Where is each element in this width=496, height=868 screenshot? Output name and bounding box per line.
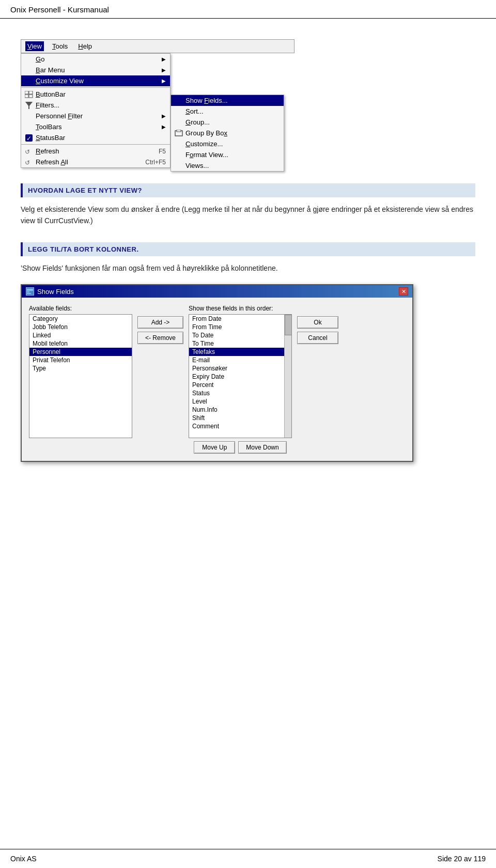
list-item[interactable]: Privat Telefon (29, 356, 132, 364)
menu-item-go[interactable]: Go ▶ (21, 54, 170, 65)
list-item[interactable]: Shift (189, 414, 284, 422)
scrollbar[interactable] (284, 315, 291, 438)
shortcut-label: Ctrl+F5 (145, 159, 166, 166)
list-item[interactable]: From Date (189, 315, 284, 323)
list-item[interactable]: Level (189, 397, 284, 406)
available-fields-listbox[interactable]: Category Jobb Telefon Linked Mobil telef… (29, 314, 132, 438)
footer-page: Side 20 av 119 (438, 855, 486, 863)
list-item[interactable]: Personsøker (189, 364, 284, 373)
arrow-icon: ▶ (162, 113, 166, 119)
svg-rect-13 (27, 291, 29, 292)
menu-bar-tools[interactable]: Tools (50, 41, 70, 51)
list-item[interactable]: Expiry Date (189, 373, 284, 381)
main-dropdown: Go ▶ Bar Menu ▶ Customize View ▶ (21, 53, 171, 168)
check-icon: ✓ (24, 134, 34, 142)
grid-icon (24, 90, 34, 99)
svg-text:✓: ✓ (26, 135, 32, 142)
list-item[interactable]: Comment (189, 422, 284, 430)
move-down-button[interactable]: Move Down (238, 441, 286, 454)
show-fields-dialog: Show Fields ✕ Available fields: Category… (21, 284, 413, 462)
section2-body: ‛Show Fields' funksjonen får man også fr… (21, 262, 475, 274)
sub-item-sort[interactable]: Sort... (171, 106, 284, 117)
svg-rect-2 (25, 95, 28, 98)
svg-text:↺: ↺ (25, 148, 30, 155)
refresh-icon: ↺ (24, 147, 34, 156)
ok-button[interactable]: Ok (297, 316, 338, 329)
dialog-titlebar: Show Fields ✕ (22, 285, 412, 298)
section1-heading: HVORDAN LAGE ET NYTT VIEW? (21, 183, 475, 197)
cancel-button[interactable]: Cancel (297, 332, 338, 344)
page-header: Onix Personell - Kursmanual (0, 0, 496, 19)
sub-item-show-fields[interactable]: Show Fields... (171, 95, 284, 106)
menu-item-bar-menu[interactable]: Bar Menu ▶ (21, 65, 170, 75)
list-item-selected[interactable]: Personnel (29, 348, 132, 356)
list-item[interactable]: Linked (29, 331, 132, 339)
menu-item-customize-view[interactable]: Customize View ▶ (21, 75, 170, 86)
dialog-icon (26, 287, 34, 296)
section2-heading: LEGG TIL/TA BORT KOLONNER. (21, 242, 475, 256)
list-item[interactable]: Category (29, 315, 132, 323)
show-order-col: Show these fields in this order: From Da… (189, 305, 292, 454)
list-item[interactable]: Mobil telefon (29, 339, 132, 348)
svg-rect-3 (29, 95, 33, 98)
available-fields-label: Available fields: (29, 305, 132, 312)
page-footer: Onix AS Side 20 av 119 (0, 849, 496, 868)
move-up-button[interactable]: Move Up (194, 441, 235, 454)
sub-item-group-by-box[interactable]: Group By Box (171, 128, 284, 138)
shortcut-label: F5 (159, 148, 166, 155)
menu-item-toolbars[interactable]: ToolBars ▶ (21, 121, 170, 132)
dropdown-container: Go ▶ Bar Menu ▶ Customize View ▶ (21, 53, 295, 168)
list-item[interactable]: E-mail (189, 356, 284, 364)
scrollbar-thumb[interactable] (285, 315, 292, 335)
list-item[interactable]: Jobb Telefon (29, 323, 132, 331)
menu-item-filters[interactable]: Filters... (21, 100, 170, 111)
menu-separator (21, 144, 170, 145)
dialog-wrapper: Show Fields ✕ Available fields: Category… (21, 284, 413, 462)
group-box-icon (174, 129, 183, 137)
show-order-listbox[interactable]: From Date From Time To Date To Time Tele… (189, 314, 292, 438)
dialog-title: Show Fields (37, 288, 74, 296)
page-title: Onix Personell - Kursmanual (10, 5, 109, 14)
list-item[interactable]: From Time (189, 323, 284, 331)
menu-bar: View Tools Help (21, 39, 295, 53)
menu-item-buttonbar[interactable]: ButtonBar (21, 89, 170, 100)
dialog-body: Available fields: Category Jobb Telefon … (22, 298, 412, 461)
menu-bar-help[interactable]: Help (76, 41, 94, 51)
menu-bar-view[interactable]: View (25, 41, 44, 51)
list-item[interactable]: Status (189, 389, 284, 397)
svg-marker-4 (25, 102, 33, 109)
sub-item-customize[interactable]: Customize... (171, 138, 284, 149)
svg-rect-0 (25, 91, 28, 94)
menu-item-refresh-all[interactable]: ↺ Refresh All Ctrl+F5 (21, 157, 170, 167)
svg-text:↺: ↺ (25, 159, 30, 166)
sub-item-group[interactable]: Group... (171, 117, 284, 128)
sub-item-format-view[interactable]: Format View... (171, 149, 284, 160)
sub-dropdown: Show Fields... Sort... Group... Group (171, 95, 284, 172)
menu-item-refresh[interactable]: ↺ Refresh F5 (21, 146, 170, 157)
add-remove-buttons: Add -> <- Remove (137, 316, 183, 344)
show-order-label: Show these fields in this order: (189, 305, 292, 312)
remove-button[interactable]: <- Remove (137, 332, 183, 344)
dialog-close-button[interactable]: ✕ (399, 287, 408, 296)
add-button[interactable]: Add -> (137, 316, 183, 329)
menu-item-statusbar[interactable]: ✓ StatusBar (21, 132, 170, 143)
list-item[interactable]: Type (29, 364, 132, 373)
list-item[interactable]: Num.Info (189, 406, 284, 414)
menu-item-personnel-filter[interactable]: Personnel Filter ▶ (21, 111, 170, 121)
list-item[interactable]: Percent (189, 381, 284, 389)
arrow-icon: ▶ (162, 67, 166, 73)
list-item-selected[interactable]: Telefaks (189, 348, 284, 356)
dialog-columns: Available fields: Category Jobb Telefon … (29, 305, 405, 454)
sub-item-views[interactable]: Views... (171, 160, 284, 171)
section1-body: Velg et eksisterende View som du ønsker … (21, 204, 475, 227)
list-item[interactable]: To Time (189, 339, 284, 348)
ok-cancel-buttons: Ok Cancel (297, 316, 338, 344)
footer-company: Onix AS (10, 855, 37, 863)
svg-rect-12 (27, 289, 33, 291)
move-buttons: Move Up Move Down (189, 441, 292, 454)
menu-separator (21, 87, 170, 88)
list-item[interactable]: To Date (189, 331, 284, 339)
main-content: View Tools Help Go ▶ Bar Menu ▶ (0, 19, 496, 483)
svg-rect-1 (29, 91, 33, 94)
svg-rect-14 (27, 293, 31, 294)
